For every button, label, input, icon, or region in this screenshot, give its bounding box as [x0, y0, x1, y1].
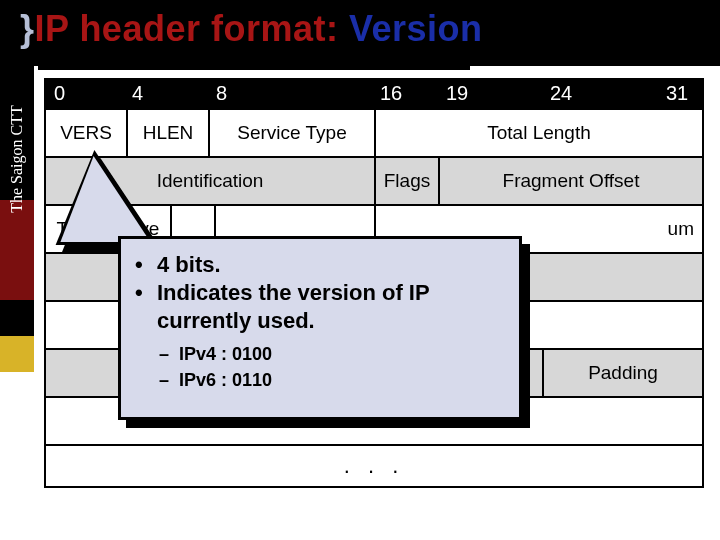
ruler-19: 19	[446, 82, 468, 105]
cell-padding: Padding	[544, 350, 702, 396]
ruler-4: 4	[132, 82, 143, 105]
grid-row-dots: . . .	[46, 446, 702, 488]
callout-bullet-2: • Indicates the version of IP currently …	[135, 279, 505, 335]
subbullet-icon: –	[159, 344, 169, 364]
ruler-31: 31	[666, 82, 688, 105]
callout: • 4 bits. • Indicates the version of IP …	[118, 236, 530, 428]
sidebar-seg-white	[0, 372, 34, 540]
bullet-icon: •	[135, 251, 157, 279]
callout-b2-text: Indicates the version of IP currently us…	[157, 279, 505, 335]
callout-sub-2: – IPv6 : 0110	[159, 369, 505, 392]
cell-servicetype: Service Type	[210, 110, 376, 156]
ruler-16: 16	[380, 82, 402, 105]
subbullet-icon: –	[159, 370, 169, 390]
title-underline	[38, 64, 470, 70]
callout-sub-1: – IPv4 : 0100	[159, 343, 505, 366]
sidebar-seg-red	[0, 200, 34, 300]
ruler-24: 24	[550, 82, 572, 105]
callout-sublist: – IPv4 : 0100 – IPv6 : 0110	[135, 343, 505, 391]
callout-box: • 4 bits. • Indicates the version of IP …	[118, 236, 522, 420]
ruler-8: 8	[216, 82, 227, 105]
callout-s2-text: IPv6 : 0110	[179, 370, 272, 390]
sidebar-vertical-label: The Saigon CTT	[8, 105, 26, 213]
title-accent: Version	[349, 8, 483, 49]
sidebar-seg-yellow	[0, 336, 34, 372]
left-sidebar: The Saigon CTT	[0, 0, 34, 540]
title-main: IP header format:	[35, 8, 349, 49]
cell-totallength: Total Length	[376, 110, 702, 156]
cell-dots: . . .	[46, 446, 702, 486]
ruler-0: 0	[54, 82, 65, 105]
cell-flags: Flags	[376, 158, 440, 204]
slide-title: }IP header format: Version	[20, 8, 483, 50]
bullet-icon: •	[135, 279, 157, 335]
callout-b1-text: 4 bits.	[157, 251, 221, 279]
callout-bullet-1: • 4 bits.	[135, 251, 505, 279]
cell-fragmentoffset: Fragment Offset	[440, 158, 702, 204]
sidebar-seg-black	[0, 300, 34, 336]
callout-pointer-fill	[60, 156, 165, 242]
callout-s1-text: IPv4 : 0100	[179, 344, 272, 364]
bit-ruler: 0 4 8 16 19 24 31	[44, 78, 704, 108]
title-prefix: }	[20, 8, 35, 49]
